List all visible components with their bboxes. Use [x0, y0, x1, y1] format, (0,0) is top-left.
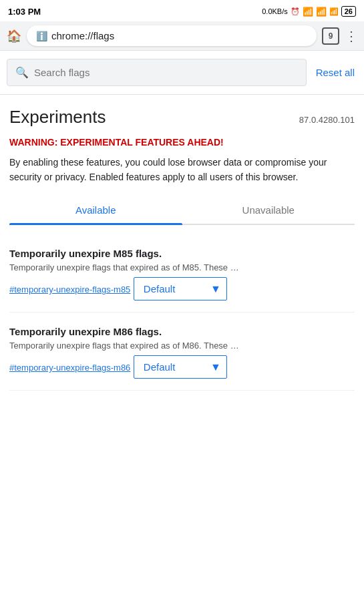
- flag-dropdown-m86[interactable]: Default Enabled Disabled: [134, 356, 208, 378]
- flag-title-m85: Temporarily unexpire M85 flags.: [9, 248, 355, 259]
- version-text: 87.0.4280.101: [299, 115, 355, 125]
- search-icon: 🔍: [15, 66, 29, 79]
- flag-link-m85[interactable]: #temporary-unexpire-flags-m85: [9, 284, 130, 294]
- dropdown-arrow-m86: ▼: [208, 361, 226, 373]
- battery-indicator: 26: [341, 6, 356, 17]
- experiments-header: Experiments 87.0.4280.101: [9, 107, 355, 128]
- alarm-icon: ⏰: [291, 7, 300, 16]
- description-text: By enabling these features, you could lo…: [9, 156, 355, 184]
- flag-link-m86[interactable]: #temporary-unexpire-flags-m86: [9, 363, 130, 373]
- search-input[interactable]: [34, 67, 298, 78]
- flag-desc-m85: Temporarily unexpire flags that expired …: [9, 262, 355, 274]
- experiments-section: Experiments 87.0.4280.101 WARNING: EXPER…: [0, 95, 364, 234]
- tab-unavailable[interactable]: Unavailable: [182, 196, 355, 224]
- search-bar-container: 🔍 Reset all: [0, 51, 364, 95]
- reset-all-button[interactable]: Reset all: [313, 67, 357, 78]
- flag-desc-m86: Temporarily unexpire flags that expired …: [9, 340, 355, 353]
- browser-toolbar: 🏠 ℹ️ chrome://flags 9 ⋮: [0, 21, 364, 51]
- flag-dropdown-wrapper-m85[interactable]: Default Enabled Disabled ▼: [134, 277, 227, 300]
- wifi-icon: 📶: [329, 7, 339, 16]
- flag-title-m86: Temporarily unexpire M86 flags.: [9, 326, 355, 337]
- status-time: 1:03 PM: [8, 7, 41, 17]
- tabs-container: Available Unavailable: [9, 196, 355, 225]
- experiments-title: Experiments: [9, 107, 106, 128]
- signal-icon-2: 📶: [316, 7, 327, 17]
- search-input-wrapper[interactable]: 🔍: [7, 59, 307, 86]
- menu-button[interactable]: ⋮: [345, 28, 357, 44]
- speed-indicator: 0.0KB/s: [262, 7, 288, 15]
- status-bar: 1:03 PM 0.0KB/s ⏰ 📶 📶 📶 26: [0, 0, 364, 21]
- tab-available[interactable]: Available: [9, 196, 182, 224]
- signal-icon-1: 📶: [303, 7, 313, 17]
- flag-dropdown-wrapper-m86[interactable]: Default Enabled Disabled ▼: [134, 355, 227, 379]
- address-text: chrome://flags: [51, 30, 114, 41]
- address-bar[interactable]: ℹ️ chrome://flags: [27, 25, 317, 46]
- flag-item-m85: Temporarily unexpire M85 flags. Temporar…: [9, 234, 355, 313]
- info-icon: ℹ️: [36, 31, 47, 41]
- home-button[interactable]: 🏠: [7, 29, 21, 43]
- tab-count-button[interactable]: 9: [322, 27, 339, 45]
- warning-text: WARNING: EXPERIMENTAL FEATURES AHEAD!: [9, 137, 355, 148]
- dropdown-arrow-m85: ▼: [208, 283, 226, 295]
- flag-dropdown-m85[interactable]: Default Enabled Disabled: [134, 278, 208, 300]
- status-icons: 0.0KB/s ⏰ 📶 📶 📶 26: [262, 6, 356, 17]
- flags-list: Temporarily unexpire M85 flags. Temporar…: [0, 234, 364, 391]
- flag-item-m86: Temporarily unexpire M86 flags. Temporar…: [9, 313, 355, 391]
